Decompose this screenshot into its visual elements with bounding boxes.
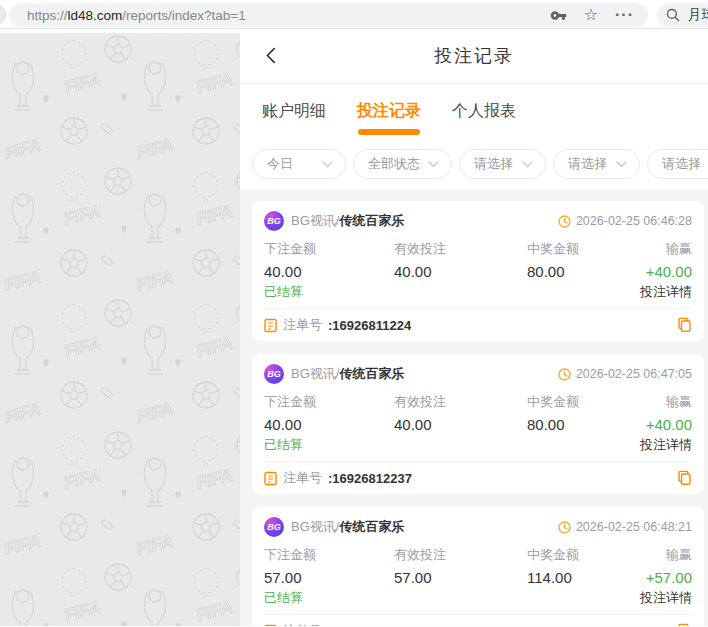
order-number-label: 注单号 [283, 469, 322, 487]
bg-provider-logo-icon: BG [264, 211, 284, 231]
bet-amount: 57.00 [264, 569, 394, 586]
win-amount: 80.00 [527, 263, 629, 280]
filter-status[interactable]: 全部状态 [353, 149, 452, 179]
password-key-icon[interactable] [550, 7, 567, 24]
order-number-label: 注单号 [283, 316, 322, 334]
column-values: 40.00 40.00 80.00 +40.00 [264, 416, 692, 433]
url-scheme: https:// [27, 8, 68, 23]
bet-detail-link[interactable]: 投注详情 [640, 589, 692, 607]
filter-select-3[interactable]: 请选择 [647, 149, 708, 179]
clock-icon [558, 368, 571, 381]
valid-bet: 40.00 [394, 416, 527, 433]
copy-icon[interactable] [677, 470, 692, 486]
column-values: 40.00 40.00 80.00 +40.00 [264, 263, 692, 280]
bet-amount: 40.00 [264, 263, 394, 280]
filter-bar: 今日 全部状态 请选择 请选择 请选择 [240, 139, 708, 189]
betting-records-panel: 投注记录 账户明细 投注记录 个人报表 今日 全部状态 请选择 请选择 请选择 … [240, 29, 708, 626]
profit-amount: +57.00 [629, 569, 692, 586]
bet-timestamp: 2026-02-25 06:48:21 [558, 520, 692, 534]
url-path: /reports/index?tab=1 [122, 8, 245, 23]
order-number: :16926811224 [328, 318, 411, 333]
tab-betting-records[interactable]: 投注记录 [357, 84, 421, 139]
bet-timestamp: 2026-02-25 06:46:28 [558, 214, 692, 228]
receipt-icon [264, 471, 277, 486]
search-icon [666, 8, 680, 22]
column-labels: 下注金额有效投注中奖金额输赢 [264, 546, 692, 564]
provider-name: BG视讯/ [291, 212, 339, 230]
page-url[interactable]: https://ld48.com/reports/index?tab=1 [27, 8, 550, 23]
copy-icon[interactable] [677, 623, 692, 626]
receipt-icon [264, 318, 277, 333]
browser-chrome: https://ld48.com/reports/index?tab=1 ☆ ·… [0, 0, 708, 29]
profit-amount: +40.00 [629, 263, 692, 280]
more-options-icon[interactable]: ··· [615, 7, 634, 23]
bg-provider-logo-icon: BG [264, 517, 284, 537]
valid-bet: 40.00 [394, 263, 527, 280]
provider-name: BG视讯/ [291, 365, 339, 383]
order-number: :16926812237 [328, 471, 412, 486]
bet-detail-link[interactable]: 投注详情 [640, 283, 692, 301]
bet-record-card: BG BG视讯/ 传统百家乐 2026-02-25 06:46:28 下注金额有… [252, 201, 704, 341]
order-number: :16926813910 [328, 624, 412, 627]
receipt-icon [264, 624, 277, 627]
order-number-label: 注单号 [283, 622, 322, 626]
win-amount: 80.00 [527, 416, 629, 433]
tab-account-detail[interactable]: 账户明细 [262, 84, 326, 139]
filter-select-2[interactable]: 请选择 [553, 149, 640, 179]
panel-header: 投注记录 [240, 29, 708, 84]
column-labels: 下注金额有效投注中奖金额输赢 [264, 240, 692, 258]
bg-provider-logo-icon: BG [264, 364, 284, 384]
bet-record-card: BG BG视讯/ 传统百家乐 2026-02-25 06:47:05 下注金额有… [252, 354, 704, 494]
filter-select-1[interactable]: 请选择 [459, 149, 546, 179]
page-title: 投注记录 [434, 44, 514, 68]
fifa-watermark-background: FIFA [0, 29, 240, 626]
search-box[interactable]: 月球 [657, 3, 708, 27]
address-bar[interactable]: https://ld48.com/reports/index?tab=1 ☆ ·… [9, 3, 648, 27]
column-values: 57.00 57.00 114.00 +57.00 [264, 569, 692, 586]
back-icon[interactable] [262, 46, 281, 65]
url-domain: ld48.com [68, 8, 123, 23]
clock-icon [558, 215, 571, 228]
bookmark-star-icon[interactable]: ☆ [584, 7, 598, 23]
clock-icon [558, 521, 571, 534]
game-name: 传统百家乐 [339, 365, 404, 383]
partial-avatar-icon [0, 4, 6, 25]
status-badge: 已结算 [264, 436, 303, 454]
filter-date[interactable]: 今日 [252, 149, 346, 179]
tab-personal-report[interactable]: 个人报表 [452, 84, 516, 139]
provider-name: BG视讯/ [291, 518, 339, 536]
column-labels: 下注金额有效投注中奖金额输赢 [264, 393, 692, 411]
profit-amount: +40.00 [629, 416, 692, 433]
record-list[interactable]: BG BG视讯/ 传统百家乐 2026-02-25 06:46:28 下注金额有… [240, 189, 708, 626]
copy-icon[interactable] [677, 317, 692, 333]
valid-bet: 57.00 [394, 569, 527, 586]
bet-detail-link[interactable]: 投注详情 [640, 436, 692, 454]
status-badge: 已结算 [264, 283, 303, 301]
bet-amount: 40.00 [264, 416, 394, 433]
tab-bar: 账户明细 投注记录 个人报表 [240, 84, 708, 139]
bet-record-card: BG BG视讯/ 传统百家乐 2026-02-25 06:48:21 下注金额有… [252, 507, 704, 626]
bet-timestamp: 2026-02-25 06:47:05 [558, 367, 692, 381]
game-name: 传统百家乐 [339, 212, 404, 230]
win-amount: 114.00 [527, 569, 629, 586]
search-text: 月球 [688, 6, 708, 24]
game-name: 传统百家乐 [339, 518, 404, 536]
status-badge: 已结算 [264, 589, 303, 607]
